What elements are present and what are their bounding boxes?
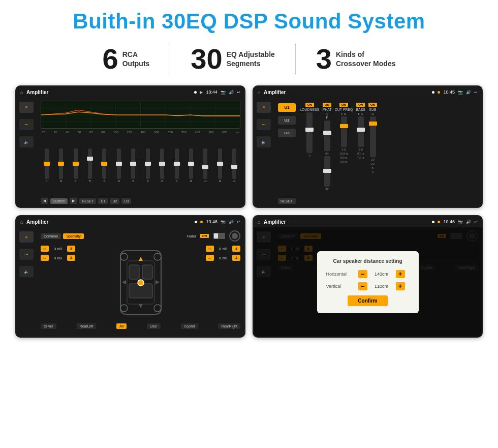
bass-toggle[interactable]: ON [356, 103, 365, 107]
phat-toggle[interactable]: ON [323, 103, 331, 107]
stat-crossover: 3 Kinds of Crossover Modes [296, 45, 416, 73]
sidebar-eq-btn-3[interactable]: ≡ [19, 231, 34, 243]
sidebar-speaker-btn-2[interactable]: 🔈 [257, 136, 271, 147]
sidebar-wave-btn-3[interactable]: 〜 [19, 249, 34, 260]
eq-slider-4: 5 [88, 148, 92, 183]
svg-rect-12 [129, 265, 139, 279]
specialty-tab[interactable]: Specialty [63, 233, 83, 239]
common-tab[interactable]: Common [41, 233, 61, 239]
rearleft-btn[interactable]: RearLeft [77, 323, 97, 329]
stats-row: 6 RCA Outputs 30 EQ Adjustable Segments … [15, 44, 483, 74]
eq-reset-btn[interactable]: RESET [79, 198, 96, 204]
phat-slider-g[interactable] [324, 121, 330, 151]
fader-plus-1[interactable]: + [67, 246, 75, 252]
sidebar-speaker-btn-3[interactable]: 🔈 [19, 266, 34, 277]
sub-toggle[interactable]: ON [368, 103, 377, 107]
back-icon-4: ↩ [474, 220, 478, 224]
eq-freq-labels: 25 32 40 50 63 80 100 125 160 200 250 32… [41, 131, 240, 134]
modal-vertical-plus[interactable]: + [396, 282, 405, 290]
volume-icon-1: 🔊 [229, 90, 234, 95]
screen-crossover: ⌂ Amplifier 10:45 📷 🔊 ↩ ≡ 〜 🔈 U1 [253, 85, 483, 208]
bass-label: BASS [356, 108, 365, 111]
fader-controls-left: − 0 dB + − 0 dB + [41, 246, 75, 319]
volume-icon-2: 🔊 [466, 90, 471, 95]
eq-slider-12: -1 [203, 148, 207, 183]
modal-horizontal-plus[interactable]: + [396, 270, 405, 278]
crossover-content: U1 U2 U3 RESET ON LOUDNESS [274, 98, 482, 207]
cutfreq-label: CUT FREQ [335, 108, 353, 111]
crossover-presets: U1 U2 U3 RESET [278, 101, 296, 204]
modal-vertical-minus[interactable]: − [358, 282, 367, 290]
svg-marker-17 [139, 304, 143, 308]
preset-u1[interactable]: U1 [278, 103, 296, 112]
fader-plus-3[interactable]: + [232, 246, 240, 252]
fader-slider-mini[interactable] [213, 233, 225, 239]
eq-u1-btn[interactable]: U1 [98, 198, 108, 204]
back-icon-1: ↩ [237, 90, 240, 95]
screen-fader: ⌂ Amplifier 10:46 📷 🔊 ↩ ≡ 〜 🔈 Common [15, 215, 245, 338]
fader-db-val-2: 0 dB [51, 256, 65, 260]
fader-db-row-3: − 0 dB + [206, 246, 240, 252]
cutfreq-toggle[interactable]: ON [339, 103, 348, 107]
channel-sub: ON SUB G 20 10 5 0 [368, 103, 377, 202]
modal-horizontal-row: Horizontal − 140cm + [326, 270, 410, 278]
sidebar-wave-btn[interactable]: 〜 [19, 119, 34, 130]
sidebar-wave-btn-2[interactable]: 〜 [257, 119, 271, 130]
screen4-title: Amplifier [264, 219, 429, 225]
loudness-label: LOUDNESS [300, 108, 320, 111]
all-btn[interactable]: All [116, 323, 127, 329]
stat-rca: 6 RCA Outputs [82, 45, 170, 73]
sidebar-eq-btn[interactable]: ≡ [19, 102, 34, 113]
crossover-reset-btn[interactable]: RESET [278, 198, 296, 204]
camera-icon-3: 📷 [221, 220, 226, 224]
eq-u3-btn[interactable]: U3 [121, 198, 131, 204]
eq-prev-btn[interactable]: ◀ [41, 198, 48, 204]
confirm-button[interactable]: Confirm [348, 295, 387, 306]
screen2-time: 10:45 [443, 89, 455, 95]
channel-phat: ON PHAT GF 64 32 [323, 103, 332, 202]
eq-custom-btn[interactable]: Custom [50, 198, 68, 204]
phat-slider-f[interactable] [324, 156, 330, 187]
channel-cutfreq: ON CUT FREQ F G 3.0 100Hz 80Hz 60Hz [335, 103, 353, 202]
preset-u2[interactable]: U2 [278, 116, 296, 125]
fader-controls-right: − 0 dB + − 0 dB + [206, 246, 240, 319]
fader-bottom-row: Driver RearLeft All User Copilot RearRig… [41, 323, 240, 329]
svg-point-20 [120, 253, 128, 260]
sidebar-speaker-btn[interactable]: 🔈 [19, 136, 34, 147]
eq-u2-btn[interactable]: U2 [110, 198, 119, 204]
cutfreq-slider[interactable] [341, 116, 347, 147]
preset-u3[interactable]: U3 [278, 129, 296, 137]
eq-slider-9: 0 [160, 148, 164, 183]
status-dot-3 [195, 221, 197, 223]
screen4-time: 10:46 [443, 219, 455, 224]
fader-toggle[interactable]: ON [200, 234, 209, 238]
copilot-btn[interactable]: Copilot [181, 323, 198, 329]
svg-point-23 [154, 305, 161, 312]
screen1-title: Amplifier [26, 89, 191, 95]
rearright-btn[interactable]: RearRight [218, 323, 240, 329]
user-btn[interactable]: User [147, 323, 161, 329]
screen2-body: ≡ 〜 🔈 U1 U2 U3 RESET [254, 98, 482, 207]
loudness-slider[interactable] [306, 112, 313, 153]
sub-slider[interactable] [370, 116, 376, 157]
bass-slider[interactable] [358, 116, 364, 147]
screen1-time: 10:44 [206, 89, 217, 95]
fader-minus-3[interactable]: − [206, 246, 214, 252]
loudness-toggle[interactable]: ON [305, 103, 314, 107]
fader-plus-4[interactable]: + [232, 255, 240, 261]
status-dot-4b [438, 221, 440, 223]
fader-minus-2[interactable]: − [41, 255, 49, 261]
fader-minus-4[interactable]: − [206, 255, 214, 261]
driver-btn[interactable]: Driver [41, 323, 56, 329]
sidebar-eq-btn-2[interactable]: ≡ [257, 102, 271, 113]
fader-db-row-2: − 0 dB + [41, 255, 75, 261]
modal-horizontal-minus[interactable]: − [358, 270, 367, 278]
home-icon-4: ⌂ [258, 219, 261, 225]
fader-minus-1[interactable]: − [41, 246, 49, 252]
eq-play-btn[interactable]: ▶ [70, 198, 77, 204]
modal-vertical-row: Vertical − 110cm + [326, 282, 410, 290]
screen-distance: ⌂ Amplifier 10:46 📷 🔊 ↩ ≡ 〜 🔈 Common [253, 215, 483, 338]
back-icon-3: ↩ [237, 220, 240, 224]
fader-plus-2[interactable]: + [67, 255, 75, 261]
crossover-sliders: ON LOUDNESS 0 ON PHAT GF [300, 101, 478, 204]
